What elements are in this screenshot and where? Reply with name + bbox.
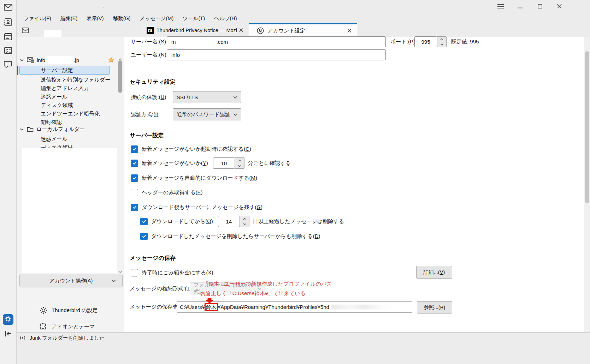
user-name-input[interactable]: info [167, 49, 386, 60]
spin-up-icon[interactable] [235, 158, 244, 163]
default-account-star-icon [108, 57, 114, 64]
chevron-down-icon[interactable] [20, 59, 24, 61]
auth-method-select[interactable]: 通常のパスワード認証 [173, 108, 241, 120]
window-title: . [103, 3, 104, 8]
sidebar-item-server-settings[interactable]: サーバー設定 [19, 66, 110, 75]
menu-help[interactable]: ヘルプH [210, 14, 242, 23]
delete-after-days-checkbox[interactable] [140, 218, 148, 225]
port-label: ポート:P [390, 38, 415, 45]
hamburger-icon [497, 4, 504, 10]
collapse-spaces-icon[interactable] [4, 330, 12, 338]
app-menu-button[interactable] [495, 2, 507, 11]
check-interval-label: 新着メッセージがないかY [142, 160, 208, 167]
menu-go[interactable]: 移動G [108, 14, 135, 23]
check-interval-suffix: 分ごとに確認する [248, 160, 291, 167]
headers-only-checkbox[interactable] [131, 189, 138, 196]
spin-down-icon[interactable] [240, 221, 249, 227]
spin-down-icon[interactable] [235, 163, 244, 168]
scrollbar-thumb[interactable] [118, 60, 122, 93]
delete-on-delete-checkbox[interactable] [140, 233, 148, 240]
message-storage-heading: メッセージの保存 [130, 255, 176, 262]
menu-message[interactable]: メッセージM [135, 14, 178, 23]
auto-download-checkbox[interactable] [131, 174, 138, 182]
close-tab-icon[interactable] [346, 27, 353, 34]
check-interval-checkbox[interactable] [131, 160, 138, 167]
account-settings-icon [257, 27, 264, 34]
chevron-down-icon [233, 113, 237, 116]
delete-after-days-input[interactable]: 14 [218, 216, 240, 227]
chat-space-icon[interactable] [4, 61, 12, 70]
puzzle-piece-icon [40, 323, 47, 330]
spin-down-icon[interactable] [437, 42, 446, 47]
sidebar-item-junk[interactable]: 迷惑メール [41, 94, 67, 100]
tab-privacy-notice[interactable]: m Thunderbird Privacy Notice — Mozi [143, 23, 248, 37]
account-envelope-lock-icon [27, 57, 34, 63]
chevron-down-icon [233, 96, 237, 99]
tab-mail[interactable] [16, 23, 126, 37]
mail-space-icon[interactable] [4, 4, 12, 12]
sidebar-item-disk-space[interactable]: ディスク領域 [41, 102, 73, 109]
headers-only-label: ヘッダーのみ取得するE [142, 189, 202, 196]
close-tab-icon[interactable] [238, 27, 244, 34]
gear-icon [40, 306, 47, 314]
account-name-prefix: info [37, 57, 45, 63]
spaces-toolbar [0, 0, 17, 364]
calendar-space-icon[interactable] [4, 32, 12, 42]
annotation-line1: 「鈴木」ユーザーで新規作成したプロファイルのパス [203, 281, 332, 287]
main-scrollbar[interactable] [584, 37, 590, 332]
check-on-startup-label: 新着メッセージがないか起動時に確認するC [142, 146, 251, 153]
settings-space-tile[interactable] [3, 314, 13, 325]
connection-security-select[interactable]: SSL/TLS [173, 91, 241, 103]
thunderbird-settings-link[interactable]: Thunderbird の設定 [40, 306, 98, 314]
maximize-icon [538, 4, 542, 10]
leave-on-server-checkbox[interactable] [131, 204, 138, 211]
tabbar: m Thunderbird Privacy Notice — Mozi アカウン… [16, 23, 590, 37]
details-button[interactable]: 詳細...V [416, 266, 452, 279]
account-sidebar: info .jp サーバー設定 送信控えと特別なフォルダー 編集とアドレス入力 … [16, 37, 124, 332]
scrollbar-thumb[interactable] [585, 51, 589, 203]
sidebar-item-e2e-encryption[interactable]: エンドツーエンド暗号化 [41, 111, 100, 117]
annotation-arrow-down-icon [205, 298, 214, 305]
scroll-down-icon[interactable] [118, 268, 122, 274]
account-root-row[interactable]: info .jp [20, 55, 79, 65]
browse-button[interactable]: 参照...B [417, 301, 452, 314]
addons-themes-link[interactable]: アドオンとテーマ [40, 323, 95, 330]
sidebar-item-local-junk[interactable]: 迷惑メール [41, 136, 67, 143]
redaction-box [44, 30, 61, 37]
check-interval-spinner[interactable] [235, 157, 244, 169]
mozilla-favicon: m [147, 27, 154, 34]
check-on-startup-checkbox[interactable] [131, 145, 138, 153]
redaction-box [45, 56, 73, 64]
menu-file[interactable]: ファイルF [19, 14, 56, 23]
close-window-button[interactable] [553, 2, 565, 11]
account-actions-button[interactable]: アカウント操作A [19, 274, 123, 287]
server-name-input[interactable]: m .com [167, 36, 386, 47]
spin-up-icon[interactable] [437, 37, 446, 42]
tab-account-settings[interactable]: アカウント設定 [249, 23, 357, 37]
port-spinner[interactable] [437, 36, 447, 47]
sidebar-scrollbar[interactable] [117, 55, 123, 274]
port-input[interactable]: 995 [414, 36, 437, 47]
local-folders-row[interactable]: ローカルフォルダー [20, 125, 85, 134]
spin-up-icon[interactable] [240, 216, 249, 221]
sidebar-item-composition[interactable]: 編集とアドレス入力 [41, 85, 89, 92]
minimize-button[interactable] [514, 2, 526, 11]
delete-after-days-spinner[interactable] [240, 216, 249, 227]
address-book-space-icon[interactable] [4, 18, 12, 28]
storage-location-label: メッセージの保存先: [130, 304, 179, 310]
menu-view[interactable]: 表示V [82, 14, 108, 23]
menu-edit[interactable]: 編集E [56, 14, 82, 23]
redaction-blur [331, 305, 391, 309]
settings-gear-icon [5, 316, 11, 323]
envelope-icon [22, 28, 29, 33]
chevron-down-icon [257, 287, 261, 290]
user-name-label: ユーザー名:N [131, 52, 166, 58]
check-interval-input[interactable]: 10 [213, 157, 235, 169]
empty-trash-checkbox[interactable] [131, 269, 138, 276]
chevron-down-icon[interactable] [20, 128, 24, 131]
menu-tools[interactable]: ツールT [178, 14, 210, 23]
maximize-button[interactable] [534, 2, 546, 11]
tasks-space-icon[interactable] [4, 47, 12, 56]
sidebar-item-copies-folders[interactable]: 送信控えと特別なフォルダー [41, 77, 110, 83]
empty-trash-label: 終了時にごみ箱を空にするX [142, 269, 213, 276]
